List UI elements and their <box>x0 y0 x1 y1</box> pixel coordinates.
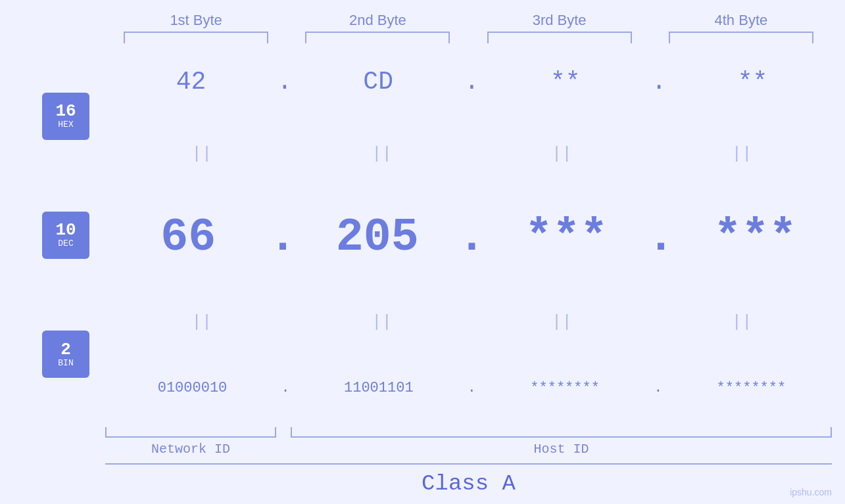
eq2-b2: || <box>310 312 454 332</box>
dec-badge: 10 DEC <box>42 212 89 259</box>
network-id-bracket-wrap: Network ID <box>105 427 276 457</box>
bracket-byte3 <box>487 32 632 43</box>
hex-dot3: . <box>652 68 667 96</box>
dec-byte2: 205 <box>305 212 450 263</box>
bin-byte2: 11001101 <box>306 380 451 396</box>
network-id-bracket <box>105 427 276 438</box>
dec-byte4: *** <box>683 212 828 263</box>
bottom-section: Network ID Host ID <box>0 427 845 457</box>
network-id-label: Network ID <box>151 442 230 457</box>
equals-row-1: || || || || <box>105 144 845 164</box>
bin-dot2: . <box>468 380 476 396</box>
bracket-byte1 <box>124 32 268 43</box>
dec-byte1: 66 <box>116 212 260 263</box>
byte1-label: 1st Byte <box>124 12 268 29</box>
header-row: 1st Byte 2nd Byte 3rd Byte 4th Byte <box>0 12 845 29</box>
byte3-label: 3rd Byte <box>487 12 632 29</box>
bin-badge: 2 BIN <box>42 331 89 378</box>
class-label: Class A <box>422 471 516 496</box>
eq2-b3: || <box>489 312 634 332</box>
dec-dot2: . <box>458 215 485 261</box>
bin-byte1: 01000010 <box>120 380 265 396</box>
main-container: 1st Byte 2nd Byte 3rd Byte 4th Byte 16 H… <box>0 0 845 504</box>
main-data-area: 16 HEX 10 DEC 2 BIN 42 . CD . ** . ** <box>0 43 845 427</box>
badges-column: 16 HEX 10 DEC 2 BIN <box>26 43 105 427</box>
top-brackets <box>0 32 845 43</box>
byte4-label: 4th Byte <box>669 12 813 29</box>
host-id-bracket-wrap: Host ID <box>291 427 832 457</box>
class-section: Class A <box>105 463 832 496</box>
bin-byte3: ******** <box>493 380 637 396</box>
hex-data-row: 42 . CD . ** . ** <box>105 68 845 96</box>
bin-dot3: . <box>654 380 662 396</box>
hex-byte1: 42 <box>118 68 263 96</box>
hex-dot2: . <box>464 68 479 96</box>
hex-byte4: ** <box>681 68 825 96</box>
bin-data-row: 01000010 . 11001101 . ******** . *******… <box>105 380 845 396</box>
eq1-b3: || <box>489 144 634 164</box>
eq1-b4: || <box>669 144 814 164</box>
equals-row-2: || || || || <box>105 312 845 332</box>
eq2-b4: || <box>669 312 814 332</box>
watermark: ipshu.com <box>790 487 832 497</box>
data-columns: 42 . CD . ** . ** || || || || 66 . 205 . <box>105 43 845 427</box>
hex-byte3: ** <box>493 68 638 96</box>
dec-dot3: . <box>647 215 675 261</box>
hex-badge: 16 HEX <box>42 93 89 140</box>
dec-byte3: *** <box>494 212 639 263</box>
dec-dot1: . <box>269 215 297 261</box>
eq2-b1: || <box>130 312 274 332</box>
eq1-b1: || <box>130 144 274 164</box>
bin-dot1: . <box>281 380 290 396</box>
bracket-byte4 <box>669 32 813 43</box>
bracket-byte2 <box>305 32 450 43</box>
bin-byte4: ******** <box>679 380 823 396</box>
eq1-b2: || <box>310 144 454 164</box>
hex-dot1: . <box>277 68 292 96</box>
host-id-bracket <box>291 427 832 438</box>
host-id-label: Host ID <box>533 442 589 457</box>
byte2-label: 2nd Byte <box>305 12 450 29</box>
dec-data-row: 66 . 205 . *** . *** <box>105 212 845 263</box>
hex-byte2: CD <box>306 68 450 96</box>
